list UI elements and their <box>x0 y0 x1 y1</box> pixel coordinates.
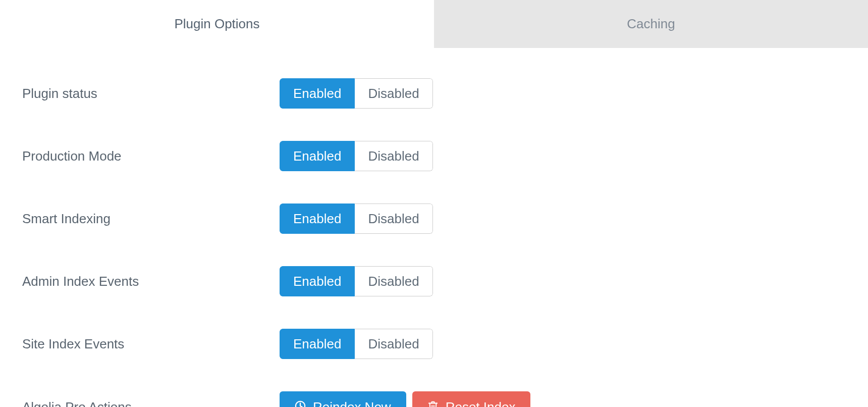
label-plugin-status: Plugin status <box>22 86 280 101</box>
reset-index-label: Reset Index <box>446 400 516 407</box>
smart-indexing-enabled-button[interactable]: Enabled <box>280 204 355 234</box>
reindex-now-button[interactable]: Reindex Now <box>280 391 406 407</box>
tab-caching[interactable]: Caching <box>434 0 868 48</box>
production-mode-enabled-button[interactable]: Enabled <box>280 141 355 171</box>
row-plugin-status: Plugin status Enabled Disabled <box>22 78 846 109</box>
plugin-status-disabled-button[interactable]: Disabled <box>355 78 432 109</box>
smart-indexing-disabled-button[interactable]: Disabled <box>355 204 432 234</box>
trash-icon <box>427 400 439 407</box>
row-admin-index-events: Admin Index Events Enabled Disabled <box>22 266 846 296</box>
admin-index-events-enabled-button[interactable]: Enabled <box>280 266 355 296</box>
toggle-site-index-events: Enabled Disabled <box>280 329 433 359</box>
label-algolia-pro-actions: Algolia Pro Actions <box>22 399 280 408</box>
reindex-now-label: Reindex Now <box>313 400 391 407</box>
row-smart-indexing: Smart Indexing Enabled Disabled <box>22 204 846 234</box>
tab-plugin-options[interactable]: Plugin Options <box>0 0 434 48</box>
site-index-events-enabled-button[interactable]: Enabled <box>280 329 355 359</box>
row-site-index-events: Site Index Events Enabled Disabled <box>22 329 846 359</box>
row-algolia-pro-actions: Algolia Pro Actions Reindex Now <box>22 391 846 407</box>
toggle-plugin-status: Enabled Disabled <box>280 78 433 109</box>
site-index-events-disabled-button[interactable]: Disabled <box>355 329 432 359</box>
actions-group: Reindex Now Reset Index <box>280 391 530 407</box>
toggle-smart-indexing: Enabled Disabled <box>280 204 433 234</box>
reset-index-button[interactable]: Reset Index <box>412 391 531 407</box>
toggle-admin-index-events: Enabled Disabled <box>280 266 433 296</box>
label-site-index-events: Site Index Events <box>22 336 280 352</box>
label-production-mode: Production Mode <box>22 148 280 164</box>
clock-icon <box>295 400 306 407</box>
plugin-status-enabled-button[interactable]: Enabled <box>280 78 355 109</box>
label-admin-index-events: Admin Index Events <box>22 274 280 289</box>
row-production-mode: Production Mode Enabled Disabled <box>22 141 846 171</box>
toggle-production-mode: Enabled Disabled <box>280 141 433 171</box>
production-mode-disabled-button[interactable]: Disabled <box>355 141 432 171</box>
label-smart-indexing: Smart Indexing <box>22 211 280 227</box>
admin-index-events-disabled-button[interactable]: Disabled <box>355 266 432 296</box>
